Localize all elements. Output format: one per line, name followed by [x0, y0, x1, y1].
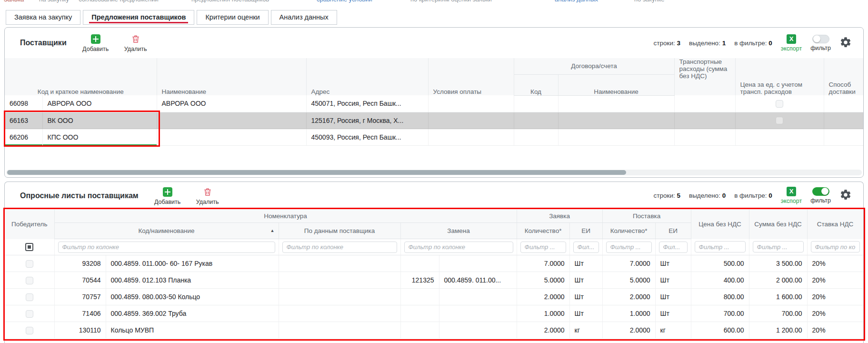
cell-vat[interactable]: 20%: [807, 305, 863, 322]
settings-gear-button[interactable]: [839, 189, 852, 202]
cell-name[interactable]: Кольцо МУВП: [106, 322, 279, 339]
cell-code[interactable]: 130110: [54, 322, 106, 339]
cell-name[interactable]: 000.4859. 012.103 Планка: [106, 272, 279, 289]
cell-qty-request[interactable]: 7.0000: [517, 255, 569, 272]
cell-replacement-name[interactable]: [439, 322, 517, 339]
cell-unit-supply[interactable]: Шт: [655, 305, 691, 322]
column-header-name[interactable]: Наименование: [157, 58, 306, 95]
cell-name[interactable]: 000.4859. 369.002 Труба: [106, 305, 279, 322]
checkbox-icon[interactable]: [26, 293, 33, 301]
cell-replacement-name[interactable]: [439, 305, 517, 322]
filter-code-name-input[interactable]: [58, 242, 275, 253]
cell-qty-request[interactable]: 1.0000: [517, 305, 569, 322]
settings-gear-button[interactable]: [839, 36, 852, 50]
cell-qty-supply[interactable]: 2.0000: [602, 322, 655, 339]
column-header-vat-rate[interactable]: Ставка НДС: [807, 210, 863, 239]
cell-unit-supply[interactable]: Шт: [655, 272, 691, 289]
cell-vat[interactable]: 20%: [807, 255, 863, 272]
cell-unit-request[interactable]: Шт: [569, 289, 602, 305]
column-header-payment-terms[interactable]: Условия оплаты: [428, 58, 514, 95]
sort-asc-icon[interactable]: ▲: [270, 228, 275, 233]
cell-qty-request[interactable]: 2.0000: [517, 289, 569, 305]
cell-address[interactable]: 450071, Россия, Респ Башк...: [306, 95, 428, 112]
cell-replacement-code[interactable]: [400, 289, 439, 305]
checkbox-icon[interactable]: [26, 260, 33, 268]
filter-qty-request-input[interactable]: [520, 242, 566, 253]
cell-sum[interactable]: 2 000.00: [749, 272, 807, 289]
tab-evaluation-criteria[interactable]: Критерии оценки: [197, 10, 268, 25]
cell-qty-supply[interactable]: 5.0000: [602, 272, 655, 289]
sheet-row[interactable]: 70757 000.4859. 080.003-50 Кольцо 2.0000…: [5, 289, 863, 305]
cell-replacement-name[interactable]: 000.4859. 011.00...: [439, 272, 517, 289]
cell-address[interactable]: 125167, Россия, г Москва, Х...: [306, 112, 428, 129]
cell-code[interactable]: 66098: [5, 95, 42, 112]
column-header-qty-request[interactable]: Количество*: [517, 223, 569, 239]
column-header-contract-name[interactable]: Наименование: [558, 74, 674, 95]
cell-unit-supply[interactable]: Шт: [655, 289, 691, 305]
tab-purchase-request[interactable]: Заявка на закупку: [6, 10, 80, 25]
cell-contract-name[interactable]: [558, 129, 674, 145]
cell-delivery[interactable]: [824, 95, 864, 112]
checkbox-icon[interactable]: [26, 327, 33, 334]
cell-transport[interactable]: [674, 95, 735, 112]
cell-winner[interactable]: [5, 255, 54, 272]
cell-vat[interactable]: 20%: [807, 272, 863, 289]
column-header-unit-supply[interactable]: ЕИ: [655, 223, 691, 239]
cell-supplier-data[interactable]: [279, 305, 400, 322]
cell-qty-supply[interactable]: 1.0000: [602, 305, 655, 322]
filter-sum-input[interactable]: [753, 241, 804, 252]
cell-name[interactable]: 000.4859. 080.003-50 Кольцо: [106, 289, 279, 305]
sheet-row[interactable]: 93208 000.4859. 011.000- 60- 167 Рукав 7…: [5, 255, 863, 272]
cell-short-name[interactable]: КПС ООО: [42, 129, 157, 145]
cell-code[interactable]: 71406: [54, 305, 106, 322]
cell-supplier-data[interactable]: [279, 322, 400, 339]
cell-winner[interactable]: [5, 272, 54, 289]
cell-vat[interactable]: 20%: [807, 322, 863, 339]
add-sheet-button[interactable]: Добавить: [154, 186, 181, 205]
cell-contract-code[interactable]: [514, 95, 558, 112]
cell-code[interactable]: 70757: [54, 289, 106, 305]
supplier-row[interactable]: 66206 КПС ООО 450093, Россия, Респ Башк.…: [5, 129, 864, 145]
filter-qty-supply-input[interactable]: [606, 242, 652, 253]
column-header-price-no-vat[interactable]: Цена без НДС: [691, 210, 749, 239]
column-header-transport-costs[interactable]: Транспортные расходы (сумма без НДС): [674, 58, 735, 95]
column-header-sum-no-vat[interactable]: Сумма без НДС: [749, 210, 807, 239]
column-header-address[interactable]: Адрес: [306, 58, 428, 95]
cell-supplier-data[interactable]: [279, 255, 400, 272]
filter-vat-input[interactable]: [811, 241, 860, 252]
column-header-supplier-data[interactable]: По данным поставщика: [279, 223, 400, 239]
sheet-row[interactable]: 71406 000.4859. 369.002 Труба 1.0000 Шт …: [5, 305, 863, 322]
column-header-code-short[interactable]: Код и краткое наименование: [5, 58, 157, 95]
cell-price[interactable]: 400.00: [691, 272, 749, 289]
cell-name[interactable]: АВРОРА ООО: [157, 95, 306, 112]
cell-short-name[interactable]: ВК ООО: [42, 112, 157, 129]
cell-price[interactable]: 700.00: [691, 305, 749, 322]
cell-address[interactable]: 450093, Россия, Респ Башк...: [306, 129, 428, 145]
cell-contract-name[interactable]: [558, 112, 674, 129]
cell-code[interactable]: 70544: [54, 272, 106, 289]
filter-price-input[interactable]: [695, 241, 746, 252]
cell-name[interactable]: [157, 129, 306, 145]
cell-unit-supply[interactable]: Шт: [655, 255, 691, 272]
column-header-code-name[interactable]: Код/наименование ▲: [54, 223, 279, 239]
cell-qty-supply[interactable]: 2.0000: [602, 289, 655, 305]
cell-unit-price-flag[interactable]: [735, 129, 824, 145]
cell-transport[interactable]: [674, 129, 735, 145]
cell-unit-request[interactable]: Шт: [569, 272, 602, 289]
delete-supplier-button[interactable]: Удалить: [122, 33, 150, 52]
cell-sum[interactable]: 3 500.00: [749, 255, 807, 272]
cell-delivery[interactable]: [824, 112, 864, 129]
cell-replacement-code[interactable]: [400, 322, 439, 339]
cell-payment[interactable]: [428, 112, 514, 129]
cell-winner[interactable]: [5, 305, 54, 322]
cell-code[interactable]: 66163: [5, 112, 42, 129]
sheet-row[interactable]: 70544 000.4859. 012.103 Планка 121325 00…: [5, 272, 863, 289]
tab-data-analysis[interactable]: Анализ данных: [271, 10, 337, 25]
supplier-row-selected[interactable]: 66163 ВК ООО 125167, Россия, г Москва, Х…: [5, 112, 864, 129]
cell-winner[interactable]: [5, 289, 54, 305]
filter-unit-request-input[interactable]: [573, 242, 599, 253]
cell-short-name[interactable]: АВРОРА ООО: [42, 95, 157, 112]
cell-price[interactable]: 800.00: [691, 289, 749, 305]
column-header-unit-price-transport[interactable]: Цена за ед. с учетом трансп. расходов: [735, 58, 824, 95]
cell-replacement-code[interactable]: [400, 255, 439, 272]
